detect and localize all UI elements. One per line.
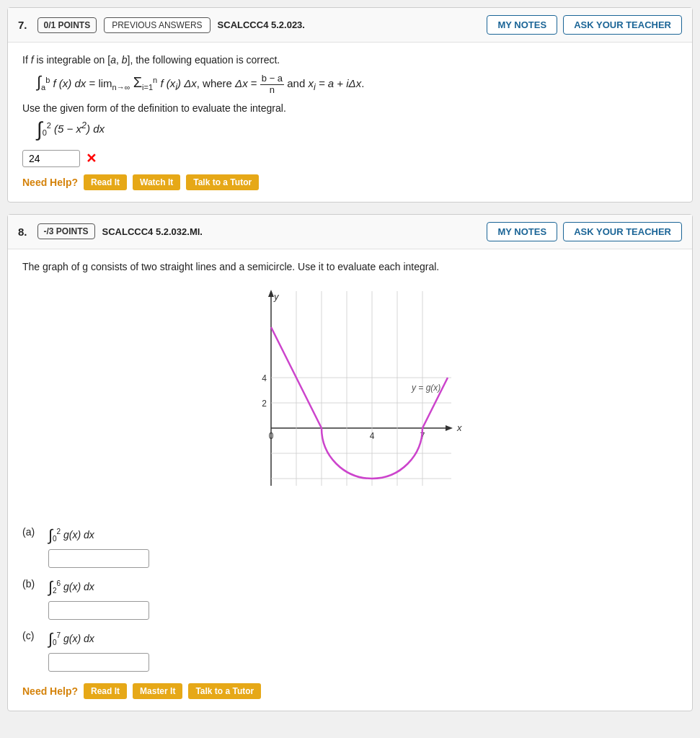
question-8-need-help: Need Help? Read It Master It Talk to a T… [22, 683, 678, 699]
sub-integral-display-a: ∫02 g(x) dx [48, 526, 149, 545]
question-7-code: SCALCCC4 5.2.023. [218, 19, 305, 30]
previous-answers-button-7[interactable]: PREVIOUS ANSWERS [104, 17, 210, 33]
sub-answer-input-a[interactable] [48, 549, 149, 568]
svg-text:4: 4 [262, 373, 267, 383]
talk-to-tutor-button-7[interactable]: Talk to a Tutor [186, 174, 259, 190]
sub-part-b: (b) ∫26 g(x) dx [22, 578, 678, 620]
svg-text:y = g(x): y = g(x) [411, 383, 440, 393]
graph-container: 0 4 7 4 2 y x y = g(x) [22, 284, 678, 515]
page-container: 7. 0/1 POINTS PREVIOUS ANSWERS SCALCCC4 … [0, 0, 700, 719]
ask-teacher-button-7[interactable]: ASK YOUR TEACHER [563, 15, 682, 35]
question-7-points: 0/1 POINTS [37, 17, 97, 33]
sub-integral-display-b: ∫26 g(x) dx [48, 578, 149, 597]
my-notes-button-8[interactable]: MY NOTES [487, 222, 557, 241]
question-8-number: 8. [18, 226, 27, 238]
ask-teacher-button-8[interactable]: ASK YOUR TEACHER [563, 222, 682, 241]
question-8-code: SCALCCC4 5.2.032.MI. [102, 226, 203, 237]
question-8-body: The graph of g consists of two straight … [8, 249, 692, 711]
question-7-integral: ∫02 (5 − x2) dx [37, 120, 678, 140]
svg-marker-2 [268, 290, 274, 297]
question-7-box: 7. 0/1 POINTS PREVIOUS ANSWERS SCALCCC4 … [7, 7, 693, 203]
sub-label-b: (b) [22, 578, 37, 590]
question-7-formula: ∫ab f (x) dx = limn→∞ Σi=1n f (xi) Δx, w… [37, 73, 678, 95]
sub-integral-display-c: ∫07 g(x) dx [48, 630, 149, 649]
svg-text:2: 2 [262, 399, 267, 409]
sub-integral-c: ∫07 g(x) dx [48, 630, 149, 672]
header-right-7: MY NOTES ASK YOUR TEACHER [487, 15, 682, 35]
sub-integral-b: ∫26 g(x) dx [48, 578, 149, 620]
question-7-header: 7. 0/1 POINTS PREVIOUS ANSWERS SCALCCC4 … [8, 8, 692, 43]
need-help-label-8: Need Help? [22, 685, 78, 697]
question-7-need-help: Need Help? Read It Watch It Talk to a Tu… [22, 174, 678, 190]
question-8-box: 8. -/3 POINTS SCALCCC4 5.2.032.MI. MY NO… [7, 214, 693, 711]
sub-part-a: (a) ∫02 g(x) dx [22, 526, 678, 568]
graph-svg: 0 4 7 4 2 y x y = g(x) [228, 284, 473, 515]
question-8-intro: The graph of g consists of two straight … [22, 261, 678, 272]
sub-label-c: (c) [22, 630, 37, 641]
question-8-points: -/3 POINTS [37, 223, 95, 239]
svg-text:x: x [456, 422, 462, 433]
question-7-answer-input[interactable] [22, 150, 80, 167]
sub-label-a: (a) [22, 526, 37, 538]
master-it-button-8[interactable]: Master It [133, 683, 182, 699]
svg-text:0: 0 [268, 431, 273, 441]
sub-answer-input-b[interactable] [48, 601, 149, 620]
watch-it-button-7[interactable]: Watch It [133, 174, 180, 190]
header-left-7: 7. 0/1 POINTS PREVIOUS ANSWERS SCALCCC4 … [18, 17, 305, 33]
sub-part-c: (c) ∫07 g(x) dx [22, 630, 678, 672]
sub-integral-a: ∫02 g(x) dx [48, 526, 149, 568]
question-7-instruction: Use the given form of the definition to … [22, 102, 678, 114]
svg-text:4: 4 [369, 431, 374, 441]
question-8-header: 8. -/3 POINTS SCALCCC4 5.2.032.MI. MY NO… [8, 215, 692, 249]
svg-marker-3 [446, 425, 453, 431]
header-right-8: MY NOTES ASK YOUR TEACHER [487, 222, 682, 241]
question-7-body: If f is integrable on [a, b], the follow… [8, 43, 692, 202]
my-notes-button-7[interactable]: MY NOTES [487, 15, 557, 35]
need-help-label-7: Need Help? [22, 177, 78, 188]
read-it-button-7[interactable]: Read It [84, 174, 127, 190]
question-7-number: 7. [18, 19, 27, 31]
talk-to-tutor-button-8[interactable]: Talk to a Tutor [188, 683, 261, 699]
header-left-8: 8. -/3 POINTS SCALCCC4 5.2.032.MI. [18, 223, 203, 239]
svg-text:y: y [273, 291, 280, 302]
question-7-intro: If f is integrable on [a, b], the follow… [22, 54, 678, 66]
question-7-answer-row: ✕ [22, 150, 678, 167]
wrong-icon-7: ✕ [86, 151, 97, 166]
read-it-button-8[interactable]: Read It [84, 683, 127, 699]
sub-answer-input-c[interactable] [48, 653, 149, 672]
